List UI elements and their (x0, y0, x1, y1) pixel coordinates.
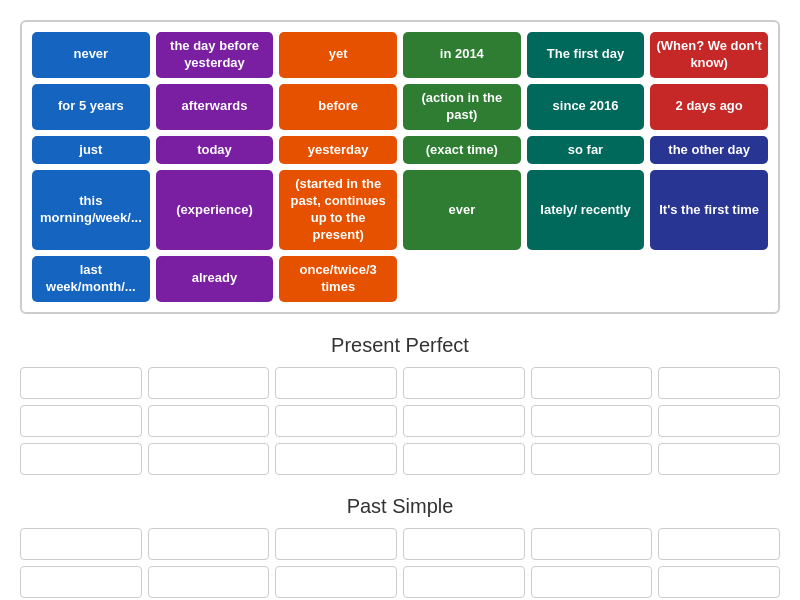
word-chip[interactable]: for 5 years (32, 84, 150, 130)
word-chip[interactable]: before (279, 84, 397, 130)
drop-cell[interactable] (658, 443, 780, 475)
drop-cell[interactable] (275, 405, 397, 437)
drop-cell[interactable] (275, 528, 397, 560)
word-chip[interactable]: (experience) (156, 170, 274, 250)
drop-cell[interactable] (20, 566, 142, 598)
word-chip[interactable]: afterwards (156, 84, 274, 130)
drop-cell[interactable] (20, 528, 142, 560)
word-chip[interactable]: (action in the past) (403, 84, 521, 130)
drop-cell[interactable] (531, 367, 653, 399)
drop-cell[interactable] (148, 367, 270, 399)
drop-cell[interactable] (403, 566, 525, 598)
past-simple-section: Past Simple (20, 495, 780, 600)
word-chip[interactable]: once/twice/3 times (279, 256, 397, 302)
drop-cell[interactable] (275, 443, 397, 475)
word-chip[interactable]: The first day (527, 32, 645, 78)
word-chip[interactable]: this morning/week/... (32, 170, 150, 250)
drop-cell[interactable] (20, 367, 142, 399)
word-chip[interactable]: since 2016 (527, 84, 645, 130)
word-chip[interactable]: just (32, 136, 150, 165)
word-chip[interactable]: yesterday (279, 136, 397, 165)
drop-cell[interactable] (658, 566, 780, 598)
past-simple-title: Past Simple (20, 495, 780, 518)
drop-cell[interactable] (403, 405, 525, 437)
word-chip[interactable]: ever (403, 170, 521, 250)
word-chip[interactable]: the day before yesterday (156, 32, 274, 78)
drop-cell[interactable] (658, 405, 780, 437)
drop-cell[interactable] (403, 367, 525, 399)
drop-cell[interactable] (403, 443, 525, 475)
word-chip[interactable]: It's the first time (650, 170, 768, 250)
word-chip[interactable]: the other day (650, 136, 768, 165)
drop-cell[interactable] (148, 405, 270, 437)
word-chip[interactable]: in 2014 (403, 32, 521, 78)
drop-cell[interactable] (531, 443, 653, 475)
word-chip[interactable]: last week/month/... (32, 256, 150, 302)
main-container: neverthe day before yesterdayyetin 2014T… (20, 20, 780, 600)
present-perfect-section: Present Perfect (20, 334, 780, 475)
drop-cell[interactable] (403, 528, 525, 560)
present-perfect-title: Present Perfect (20, 334, 780, 357)
drop-cell[interactable] (658, 367, 780, 399)
word-chip[interactable]: never (32, 32, 150, 78)
word-bank: neverthe day before yesterdayyetin 2014T… (20, 20, 780, 314)
word-chip[interactable]: so far (527, 136, 645, 165)
word-chip[interactable]: (When? We don't know) (650, 32, 768, 78)
drop-cell[interactable] (20, 443, 142, 475)
drop-cell[interactable] (531, 528, 653, 560)
drop-cell[interactable] (148, 443, 270, 475)
drop-cell[interactable] (275, 566, 397, 598)
word-chip[interactable]: already (156, 256, 274, 302)
word-chip[interactable]: (started in the past, continues up to th… (279, 170, 397, 250)
past-simple-grid (20, 528, 780, 600)
word-chip[interactable]: (exact time) (403, 136, 521, 165)
word-chip[interactable]: today (156, 136, 274, 165)
drop-cell[interactable] (275, 367, 397, 399)
word-chip[interactable]: yet (279, 32, 397, 78)
drop-cell[interactable] (148, 566, 270, 598)
drop-cell[interactable] (658, 528, 780, 560)
drop-cell[interactable] (148, 528, 270, 560)
drop-cell[interactable] (531, 566, 653, 598)
word-chip[interactable]: 2 days ago (650, 84, 768, 130)
word-chip[interactable]: lately/ recently (527, 170, 645, 250)
drop-cell[interactable] (20, 405, 142, 437)
present-perfect-grid (20, 367, 780, 475)
drop-cell[interactable] (531, 405, 653, 437)
